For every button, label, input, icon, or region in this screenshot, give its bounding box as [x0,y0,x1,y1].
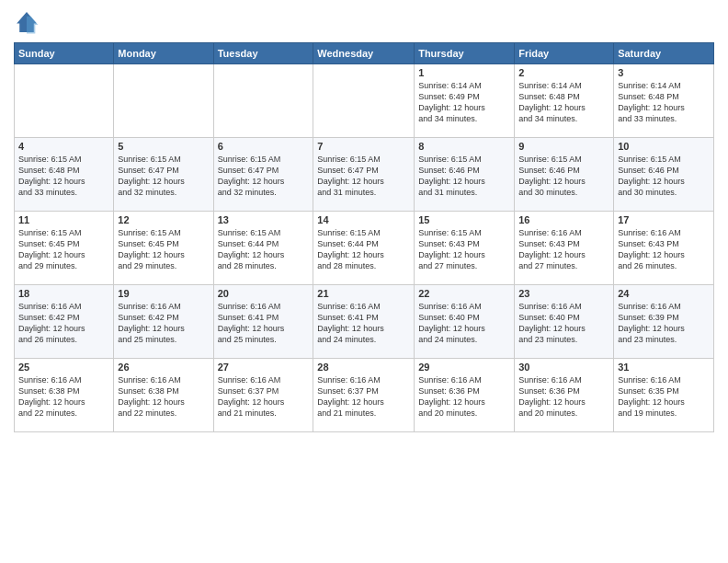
header-cell-monday: Monday [114,43,213,64]
header-cell-thursday: Thursday [415,43,515,64]
day-info: Sunrise: 6:15 AM Sunset: 6:44 PM Dayligh… [218,227,310,272]
day-number: 11 [18,214,109,225]
week-row-1: 1Sunrise: 6:14 AM Sunset: 6:49 PM Daylig… [15,64,714,138]
day-cell: 25Sunrise: 6:16 AM Sunset: 6:38 PM Dayli… [15,359,114,432]
day-number: 14 [317,214,410,225]
day-cell: 13Sunrise: 6:15 AM Sunset: 6:44 PM Dayli… [213,212,313,285]
calendar-table: SundayMondayTuesdayWednesdayThursdayFrid… [14,42,714,432]
day-cell: 27Sunrise: 6:16 AM Sunset: 6:37 PM Dayli… [213,359,313,432]
day-info: Sunrise: 6:14 AM Sunset: 6:48 PM Dayligh… [618,80,710,125]
day-cell: 18Sunrise: 6:16 AM Sunset: 6:42 PM Dayli… [15,285,114,359]
day-cell: 23Sunrise: 6:16 AM Sunset: 6:40 PM Dayli… [515,285,614,359]
day-info: Sunrise: 6:16 AM Sunset: 6:37 PM Dayligh… [218,374,310,419]
svg-marker-2 [27,17,38,34]
day-info: Sunrise: 6:16 AM Sunset: 6:40 PM Dayligh… [418,301,510,346]
day-number: 2 [518,67,609,78]
day-number: 4 [18,141,109,152]
day-cell [15,64,114,138]
page: SundayMondayTuesdayWednesdayThursdayFrid… [0,0,728,563]
day-info: Sunrise: 6:15 AM Sunset: 6:47 PM Dayligh… [218,154,310,199]
day-info: Sunrise: 6:16 AM Sunset: 6:42 PM Dayligh… [18,301,109,346]
day-number: 24 [618,288,710,299]
day-info: Sunrise: 6:14 AM Sunset: 6:48 PM Dayligh… [518,80,609,125]
day-info: Sunrise: 6:16 AM Sunset: 6:38 PM Dayligh… [18,374,109,419]
day-info: Sunrise: 6:16 AM Sunset: 6:40 PM Dayligh… [518,301,609,346]
day-number: 9 [518,141,609,152]
day-number: 26 [118,362,209,373]
day-info: Sunrise: 6:15 AM Sunset: 6:47 PM Dayligh… [317,154,410,199]
day-number: 12 [118,214,209,225]
day-number: 19 [118,288,209,299]
day-info: Sunrise: 6:16 AM Sunset: 6:43 PM Dayligh… [618,227,710,272]
day-info: Sunrise: 6:16 AM Sunset: 6:39 PM Dayligh… [618,301,710,346]
day-info: Sunrise: 6:16 AM Sunset: 6:41 PM Dayligh… [218,301,310,346]
day-number: 15 [418,214,510,225]
day-info: Sunrise: 6:15 AM Sunset: 6:45 PM Dayligh… [18,227,109,272]
day-cell: 1Sunrise: 6:14 AM Sunset: 6:49 PM Daylig… [415,64,515,138]
day-info: Sunrise: 6:15 AM Sunset: 6:47 PM Dayligh… [118,154,209,199]
day-number: 23 [518,288,609,299]
day-info: Sunrise: 6:16 AM Sunset: 6:43 PM Dayligh… [518,227,609,272]
day-info: Sunrise: 6:15 AM Sunset: 6:46 PM Dayligh… [518,154,609,199]
day-info: Sunrise: 6:15 AM Sunset: 6:46 PM Dayligh… [618,154,710,199]
week-row-2: 4Sunrise: 6:15 AM Sunset: 6:48 PM Daylig… [15,138,714,212]
day-cell: 24Sunrise: 6:16 AM Sunset: 6:39 PM Dayli… [614,285,714,359]
day-number: 20 [218,288,310,299]
day-number: 6 [218,141,310,152]
header-cell-saturday: Saturday [614,43,714,64]
day-info: Sunrise: 6:15 AM Sunset: 6:46 PM Dayligh… [418,154,510,199]
day-number: 30 [518,362,609,373]
header-row: SundayMondayTuesdayWednesdayThursdayFrid… [15,43,714,64]
header-cell-sunday: Sunday [15,43,114,64]
day-cell: 10Sunrise: 6:15 AM Sunset: 6:46 PM Dayli… [614,138,714,212]
header [14,9,714,35]
day-cell: 11Sunrise: 6:15 AM Sunset: 6:45 PM Dayli… [15,212,114,285]
day-number: 21 [317,288,410,299]
day-number: 5 [118,141,209,152]
day-info: Sunrise: 6:16 AM Sunset: 6:38 PM Dayligh… [118,374,209,419]
day-info: Sunrise: 6:16 AM Sunset: 6:42 PM Dayligh… [118,301,209,346]
day-cell: 7Sunrise: 6:15 AM Sunset: 6:47 PM Daylig… [313,138,415,212]
day-info: Sunrise: 6:15 AM Sunset: 6:44 PM Dayligh… [317,227,410,272]
day-info: Sunrise: 6:15 AM Sunset: 6:43 PM Dayligh… [418,227,510,272]
day-cell: 2Sunrise: 6:14 AM Sunset: 6:48 PM Daylig… [515,64,614,138]
day-cell: 29Sunrise: 6:16 AM Sunset: 6:36 PM Dayli… [415,359,515,432]
day-number: 1 [418,67,510,78]
day-cell: 30Sunrise: 6:16 AM Sunset: 6:36 PM Dayli… [515,359,614,432]
day-number: 22 [418,288,510,299]
week-row-4: 18Sunrise: 6:16 AM Sunset: 6:42 PM Dayli… [15,285,714,359]
day-cell [213,64,313,138]
day-cell: 15Sunrise: 6:15 AM Sunset: 6:43 PM Dayli… [415,212,515,285]
week-row-5: 25Sunrise: 6:16 AM Sunset: 6:38 PM Dayli… [15,359,714,432]
logo [14,9,43,35]
day-number: 17 [618,214,710,225]
day-info: Sunrise: 6:16 AM Sunset: 6:41 PM Dayligh… [317,301,410,346]
day-info: Sunrise: 6:16 AM Sunset: 6:36 PM Dayligh… [418,374,510,419]
day-cell: 6Sunrise: 6:15 AM Sunset: 6:47 PM Daylig… [213,138,313,212]
day-cell: 16Sunrise: 6:16 AM Sunset: 6:43 PM Dayli… [515,212,614,285]
day-number: 31 [618,362,710,373]
day-info: Sunrise: 6:16 AM Sunset: 6:37 PM Dayligh… [317,374,410,419]
day-cell: 3Sunrise: 6:14 AM Sunset: 6:48 PM Daylig… [614,64,714,138]
day-cell: 19Sunrise: 6:16 AM Sunset: 6:42 PM Dayli… [114,285,213,359]
day-number: 28 [317,362,410,373]
day-cell: 5Sunrise: 6:15 AM Sunset: 6:47 PM Daylig… [114,138,213,212]
day-number: 8 [418,141,510,152]
day-info: Sunrise: 6:14 AM Sunset: 6:49 PM Dayligh… [418,80,510,125]
day-cell: 22Sunrise: 6:16 AM Sunset: 6:40 PM Dayli… [415,285,515,359]
day-cell: 28Sunrise: 6:16 AM Sunset: 6:37 PM Dayli… [313,359,415,432]
day-cell: 21Sunrise: 6:16 AM Sunset: 6:41 PM Dayli… [313,285,415,359]
logo-icon [14,9,40,35]
header-cell-friday: Friday [515,43,614,64]
day-cell: 12Sunrise: 6:15 AM Sunset: 6:45 PM Dayli… [114,212,213,285]
day-cell: 14Sunrise: 6:15 AM Sunset: 6:44 PM Dayli… [313,212,415,285]
day-number: 18 [18,288,109,299]
day-number: 7 [317,141,410,152]
day-number: 10 [618,141,710,152]
day-cell: 31Sunrise: 6:16 AM Sunset: 6:35 PM Dayli… [614,359,714,432]
day-info: Sunrise: 6:15 AM Sunset: 6:45 PM Dayligh… [118,227,209,272]
day-cell: 26Sunrise: 6:16 AM Sunset: 6:38 PM Dayli… [114,359,213,432]
day-number: 29 [418,362,510,373]
day-cell [114,64,213,138]
header-cell-wednesday: Wednesday [313,43,415,64]
